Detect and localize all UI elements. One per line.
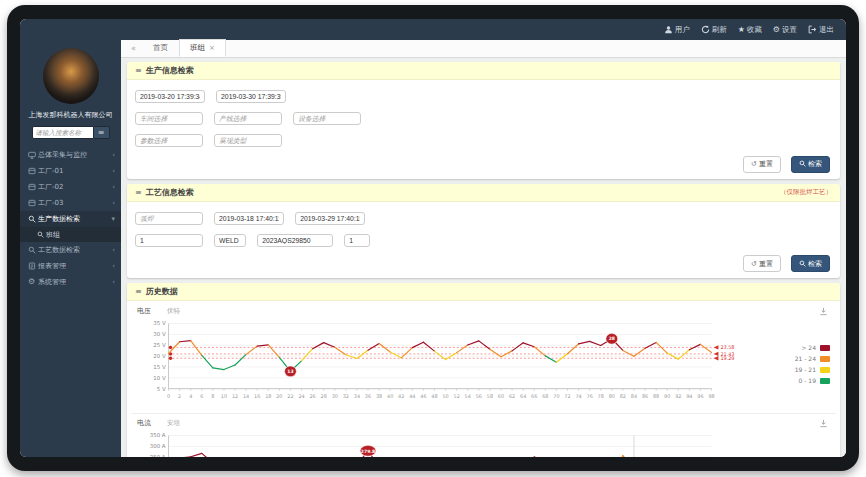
unit-select[interactable]: 安培: [167, 419, 180, 428]
avatar[interactable]: [43, 48, 99, 104]
sidebar-item-report-management[interactable]: 报表管理 ‹: [20, 258, 121, 274]
voltage-chart-block: 电压 伏特 35 V30 V25 V20 V15 V10 V5 V0246810…: [131, 304, 836, 411]
data-badge[interactable]: 28: [606, 333, 618, 344]
search-button[interactable]: 检索: [791, 156, 830, 173]
reset-label: 重置: [759, 160, 773, 168]
search-button[interactable]: 检索: [791, 255, 830, 272]
svg-text:14: 14: [243, 393, 249, 399]
sidebar-item-process-data-search[interactable]: 工艺数据检索 ‹: [20, 242, 121, 258]
favorite-button[interactable]: ★ 收藏: [738, 25, 762, 35]
svg-text:74: 74: [575, 393, 581, 399]
weld-code-input[interactable]: [214, 234, 246, 247]
process-date-from-input[interactable]: [214, 212, 284, 225]
logout-icon: [808, 25, 817, 34]
date-from-input[interactable]: [135, 90, 205, 103]
legend-item[interactable]: > 229: [798, 456, 830, 457]
svg-text:20: 20: [276, 393, 282, 399]
line-select[interactable]: [214, 112, 282, 125]
device-select[interactable]: [293, 112, 361, 125]
unit-select[interactable]: 伏特: [167, 307, 180, 316]
panel-header: ≡ 生产信息检索: [127, 62, 840, 80]
collapse-tabs-icon[interactable]: «: [131, 44, 136, 53]
weld-type-select[interactable]: [135, 212, 203, 225]
serial-number-input[interactable]: [257, 234, 333, 247]
sidebar-search-button[interactable]: ≡: [94, 126, 110, 139]
refresh-icon: [701, 25, 710, 34]
svg-text:30 V: 30 V: [153, 331, 166, 337]
svg-text:58: 58: [487, 393, 493, 399]
sidebar-item-factory-01[interactable]: 工厂-01 ‹: [20, 163, 121, 179]
data-badge[interactable]: 13: [285, 366, 297, 377]
close-icon[interactable]: ×: [209, 44, 215, 52]
svg-text:13: 13: [287, 369, 293, 374]
date-to-input[interactable]: [216, 90, 286, 103]
monitor-icon: [28, 151, 38, 159]
user-icon: [664, 25, 673, 34]
svg-text:34: 34: [354, 393, 360, 399]
sidebar-subitem-team[interactable]: 班组: [20, 227, 121, 242]
sidebar-item-system-management[interactable]: ⚙ 系统管理 ‹: [20, 274, 121, 290]
svg-text:56: 56: [476, 393, 482, 399]
search-icon: [28, 215, 38, 223]
voltage-line-chart[interactable]: 35 V30 V25 V20 V15 V10 V5 V0246810121416…: [133, 317, 761, 411]
sidebar-item-production-data-search[interactable]: 生产数据检索 ▾: [20, 211, 121, 227]
svg-text:66: 66: [531, 393, 537, 399]
sidebar-item-label: 工厂-02: [38, 182, 112, 192]
legend-item[interactable]: 0 - 19: [799, 377, 830, 384]
data-badge[interactable]: 279.8: [360, 445, 376, 456]
sidebar-item-factory-03[interactable]: 工厂-03 ‹: [20, 195, 121, 211]
tab-home[interactable]: 首页: [142, 39, 179, 57]
svg-text:300 A: 300 A: [150, 443, 166, 449]
sidebar-search-input[interactable]: [32, 126, 94, 139]
chevron-left-icon: ‹: [112, 262, 115, 270]
reset-button[interactable]: ↺重置: [743, 255, 781, 272]
svg-text:48: 48: [431, 393, 437, 399]
report-icon: [28, 262, 38, 270]
svg-text:76: 76: [587, 393, 593, 399]
search-label: 检索: [808, 160, 822, 168]
list-icon: ≡: [135, 188, 142, 197]
sidebar-item-factory-02[interactable]: 工厂-02 ‹: [20, 179, 121, 195]
process-date-to-input[interactable]: [295, 212, 365, 225]
tab-label: 班组: [190, 43, 205, 52]
reset-icon: ↺: [751, 160, 757, 168]
svg-text:54: 54: [465, 393, 471, 399]
sidebar-item-overall-monitoring[interactable]: 总体采集与监控 ‹: [20, 147, 121, 163]
sidebar-item-label: 总体采集与监控: [38, 150, 112, 160]
panel-header: ≡ 历史数据: [127, 283, 840, 301]
settings-button[interactable]: ⚙ 设置: [773, 25, 797, 35]
svg-text:96: 96: [697, 393, 703, 399]
legend-item[interactable]: 19 - 21: [795, 366, 830, 373]
sidebar-menu: 总体采集与监控 ‹ 工厂-01 ‹ 工厂-02 ‹ 工厂-03 ‹: [20, 147, 121, 290]
sequence-input[interactable]: [344, 234, 370, 247]
list-icon: ≡: [135, 287, 142, 296]
topbar: 用户 刷新 ★ 收藏 ⚙ 设置 退出: [20, 19, 846, 40]
svg-text:38: 38: [376, 393, 382, 399]
svg-text:250 A: 250 A: [150, 454, 166, 457]
chevron-down-icon: ▾: [111, 215, 115, 223]
svg-text:4: 4: [189, 393, 192, 399]
parameter-select[interactable]: [135, 134, 203, 147]
download-icon[interactable]: [819, 307, 828, 316]
legend-item[interactable]: > 24: [801, 344, 830, 351]
logout-button[interactable]: 退出: [808, 25, 834, 35]
svg-text:40: 40: [387, 393, 393, 399]
svg-text:72: 72: [564, 393, 570, 399]
line-number-input[interactable]: [135, 234, 203, 247]
legend-item[interactable]: 21 - 24: [795, 355, 830, 362]
svg-text:92: 92: [675, 393, 681, 399]
current-line-chart[interactable]: 350 A300 A250 A200 A150 A100 A50 A024681…: [133, 429, 761, 457]
sidebar: 上海发那科机器人有限公司 ≡ 总体采集与监控 ‹ 工厂-01 ‹ 工: [20, 40, 121, 457]
user-menu-button[interactable]: 用户: [664, 25, 690, 35]
factory-icon: [28, 167, 38, 175]
download-icon[interactable]: [819, 419, 828, 428]
history-data-panel: ≡ 历史数据 电压 伏特 35 V30 V25 V20 V15 V10 V5 V…: [127, 283, 840, 457]
workshop-select[interactable]: [135, 112, 203, 125]
svg-text:80: 80: [609, 393, 615, 399]
factory-icon: [28, 183, 38, 191]
display-type-select[interactable]: [214, 134, 282, 147]
refresh-button[interactable]: 刷新: [701, 25, 727, 35]
refresh-label: 刷新: [712, 25, 727, 35]
tab-team[interactable]: 班组×: [179, 39, 226, 57]
reset-button[interactable]: ↺重置: [743, 156, 781, 173]
